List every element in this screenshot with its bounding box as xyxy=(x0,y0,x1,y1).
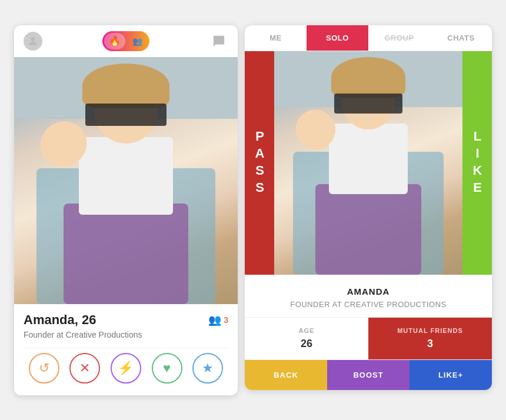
left-card: 🔥 👥 xyxy=(14,25,238,395)
glasses xyxy=(85,104,167,126)
person-figure xyxy=(48,82,204,304)
group-icon: 👥 xyxy=(132,36,142,46)
r-hair xyxy=(331,57,405,97)
person-job: Founder at Creative Productions xyxy=(24,330,228,339)
legs xyxy=(64,204,189,304)
stats-row: AGE 26 MUTUAL FRIENDS 3 xyxy=(245,318,492,360)
tab-group[interactable]: GROUP xyxy=(368,25,430,51)
mutual-label: MUTUAL FRIENDS xyxy=(374,327,486,334)
profile-info: AMANDA FOUNDER AT CREATIVE PRODUCTIONS xyxy=(245,275,492,318)
stat-age: AGE 26 xyxy=(245,318,368,359)
pass-label: PASS xyxy=(252,129,267,197)
mutual-value: 3 xyxy=(374,338,486,350)
tab-me[interactable]: ME xyxy=(245,25,307,51)
nope-button[interactable]: ✕ xyxy=(69,353,100,384)
screen-container: 🔥 👥 xyxy=(8,19,498,401)
right-photo-bg xyxy=(274,51,462,275)
svg-point-0 xyxy=(31,37,35,41)
action-buttons: ↺ ✕ ⚡ ♥ ★ xyxy=(24,348,228,389)
person-name: Amanda, 26 xyxy=(24,312,96,328)
tab-solo[interactable]: SOLO xyxy=(307,25,368,51)
stat-mutual-friends: MUTUAL FRIENDS 3 xyxy=(368,318,492,359)
like2-button[interactable]: LIKE+ xyxy=(410,360,492,390)
r-glasses xyxy=(334,94,402,114)
flame-icon: 🔥 xyxy=(109,35,121,46)
profile-job-detail: FOUNDER AT CREATIVE PRODUCTIONS xyxy=(254,300,482,309)
right-panel: ME SOLO GROUP CHATS PASS xyxy=(245,25,492,390)
rewind-button[interactable]: ↺ xyxy=(29,353,59,384)
hair xyxy=(82,64,170,108)
friends-icon: 👥 xyxy=(208,314,221,326)
boost2-button[interactable]: BOOST xyxy=(327,360,410,390)
boost-button[interactable]: ⚡ xyxy=(111,353,141,384)
like-button[interactable]: ♥ xyxy=(152,353,182,384)
like-bar[interactable]: LIKE xyxy=(462,51,492,275)
friends-badge: 👥 3 xyxy=(208,314,228,326)
left-card-info: Amanda, 26 👥 3 Founder at Creative Produ… xyxy=(14,304,238,395)
profile-icon[interactable] xyxy=(24,32,42,51)
right-tabs: ME SOLO GROUP CHATS xyxy=(245,25,492,51)
right-person xyxy=(302,74,434,275)
mode-toggle[interactable]: 🔥 👥 xyxy=(102,31,149,51)
friends-count: 3 xyxy=(224,315,228,325)
flame-toggle[interactable]: 🔥 xyxy=(104,33,125,49)
r-torso xyxy=(329,124,408,194)
chat-icon[interactable] xyxy=(209,32,228,51)
name-row: Amanda, 26 👥 3 xyxy=(24,312,228,328)
left-card-header: 🔥 👥 xyxy=(14,25,238,57)
profile-name-detail: AMANDA xyxy=(254,286,482,296)
pass-bar[interactable]: PASS xyxy=(245,51,274,275)
left-photo xyxy=(14,57,238,304)
bottom-actions: BACK BOOST LIKE+ xyxy=(245,360,492,390)
photo-bg xyxy=(14,57,238,304)
r-legs xyxy=(315,184,421,275)
profile-area: PASS LIKE xyxy=(245,51,492,275)
right-photo xyxy=(274,51,462,275)
tab-chats[interactable]: CHATS xyxy=(430,25,492,51)
torso xyxy=(79,137,173,215)
group-toggle[interactable]: 👥 xyxy=(126,33,148,49)
like-label: LIKE xyxy=(470,129,485,197)
star-button[interactable]: ★ xyxy=(192,353,223,384)
age-label: AGE xyxy=(251,327,362,334)
back-button[interactable]: BACK xyxy=(245,360,327,390)
age-value: 26 xyxy=(251,338,362,350)
